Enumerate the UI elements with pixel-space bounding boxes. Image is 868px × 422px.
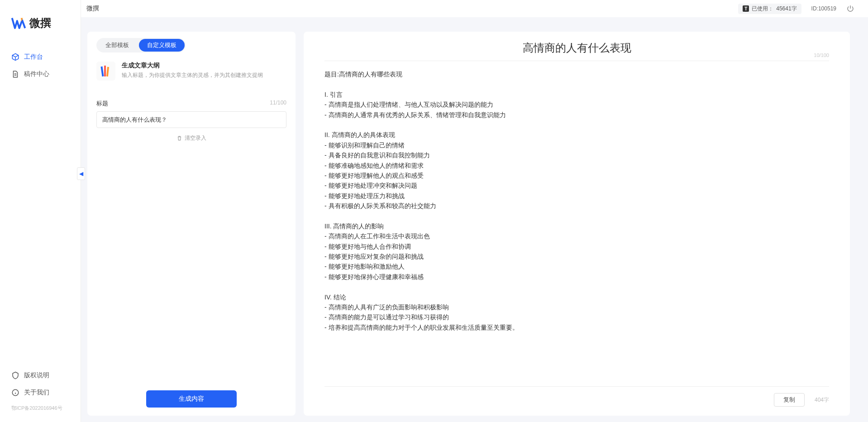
- template-tabs: 全部模板 自定义模板: [96, 38, 186, 52]
- usage-value: 45641字: [776, 5, 796, 13]
- icp-footnote: 鄂ICP备2022016946号: [0, 401, 81, 415]
- form-section: 标题 11/100 清空录入: [96, 88, 286, 147]
- tab-all-templates[interactable]: 全部模板: [97, 39, 137, 52]
- topbar: 微撰 T 已使用： 45641字 ID:100519: [81, 0, 868, 17]
- copy-button[interactable]: 复制: [774, 393, 805, 407]
- chevron-left-icon: ◀: [79, 171, 83, 177]
- title-input[interactable]: [96, 111, 286, 128]
- sidebar-item-workspace[interactable]: 工作台: [0, 48, 81, 66]
- topbar-right: T 已使用： 45641字 ID:100519: [738, 4, 854, 14]
- template-card: 生成文章大纲 输入标题，为你提供文章主体的灵感，并为其创建推文提纲: [96, 52, 286, 88]
- output-word-count: 404字: [815, 396, 829, 404]
- books-icon: [100, 65, 111, 77]
- main: 微撰 T 已使用： 45641字 ID:100519 全部模板 自定义模板: [81, 0, 868, 422]
- panel-left: 全部模板 自定义模板 生成文章大纲 输入标题，为你提供文章主体的灵感，并为其创建…: [87, 32, 296, 416]
- sidebar-item-label: 关于我们: [24, 389, 49, 397]
- clear-input-button[interactable]: 清空录入: [96, 128, 286, 147]
- output-body[interactable]: 题目:高情商的人有哪些表现 I. 引言 - 高情商是指人们处理情绪、与他人互动以…: [324, 61, 829, 386]
- usage-label: 已使用：: [752, 5, 773, 13]
- sidebar-item-label: 稿件中心: [24, 70, 49, 78]
- svg-rect-3: [106, 67, 109, 76]
- usage-badge[interactable]: T 已使用： 45641字: [738, 4, 801, 14]
- info-icon: [11, 389, 19, 397]
- app-logo: 微撰: [0, 7, 81, 44]
- title-char-count: 11/100: [270, 100, 286, 108]
- trash-icon: [176, 135, 182, 141]
- sidebar-item-about[interactable]: 关于我们: [0, 384, 81, 401]
- text-icon: T: [743, 5, 749, 12]
- sidebar-item-label: 版权说明: [24, 371, 49, 379]
- logo-icon: [11, 16, 26, 30]
- logo-text: 微撰: [29, 16, 51, 30]
- tab-custom-templates[interactable]: 自定义模板: [139, 39, 185, 52]
- sidebar-item-drafts[interactable]: 稿件中心: [0, 66, 81, 83]
- panel-right: 高情商的人有什么表现 10/100 题目:高情商的人有哪些表现 I. 引言 - …: [304, 32, 850, 416]
- sidebar-item-label: 工作台: [24, 53, 43, 61]
- sidebar-item-copyright[interactable]: 版权说明: [0, 367, 81, 384]
- output-footer: 复制 404字: [324, 386, 829, 407]
- title-label: 标题: [96, 100, 108, 108]
- sidebar-nav: 工作台 稿件中心: [0, 44, 81, 87]
- sidebar: 微撰 工作台 稿件中心 版权说明 关于我们 鄂ICP备2022016946号: [0, 0, 81, 422]
- template-icon: [96, 62, 115, 81]
- shield-icon: [11, 371, 19, 379]
- generate-button[interactable]: 生成内容: [146, 390, 237, 408]
- title-label-row: 标题 11/100: [96, 100, 286, 108]
- svg-rect-2: [104, 66, 106, 76]
- output-title: 高情商的人有什么表现: [324, 41, 829, 55]
- content: 全部模板 自定义模板 生成文章大纲 输入标题，为你提供文章主体的灵感，并为其创建…: [81, 17, 868, 422]
- template-meta: 生成文章大纲 输入标题，为你提供文章主体的灵感，并为其创建推文提纲: [122, 62, 263, 81]
- document-icon: [11, 70, 19, 78]
- output-header: 高情商的人有什么表现 10/100: [324, 41, 829, 61]
- page-title: 微撰: [86, 5, 99, 13]
- power-icon[interactable]: [846, 5, 854, 13]
- clear-label: 清空录入: [185, 134, 206, 142]
- sidebar-collapse-handle[interactable]: ◀: [77, 167, 85, 180]
- output-title-count: 10/100: [814, 52, 829, 58]
- template-desc: 输入标题，为你提供文章主体的灵感，并为其创建推文提纲: [122, 71, 263, 79]
- template-name: 生成文章大纲: [122, 62, 263, 70]
- cube-icon: [11, 53, 19, 61]
- sidebar-bottom: 版权说明 关于我们 鄂ICP备2022016946号: [0, 367, 81, 415]
- user-id: ID:100519: [811, 5, 836, 12]
- svg-rect-1: [100, 66, 104, 76]
